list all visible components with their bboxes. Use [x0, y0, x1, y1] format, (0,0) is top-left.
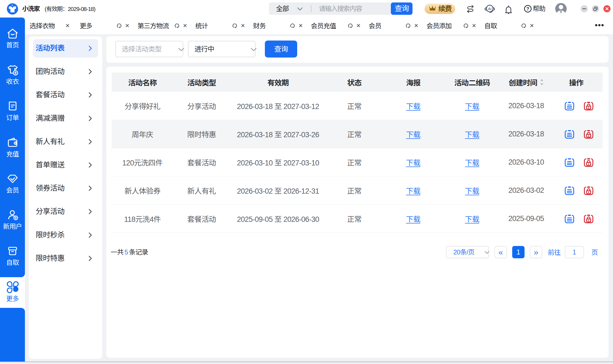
- svg-text:Ai: Ai: [488, 7, 491, 11]
- svg-text:?: ?: [526, 6, 529, 12]
